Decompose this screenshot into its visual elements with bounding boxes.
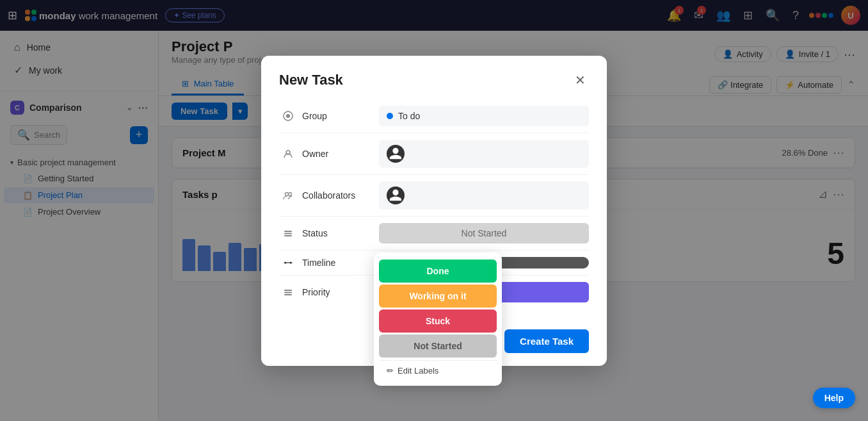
- owner-field-icon: [279, 149, 297, 159]
- modal-body: Group To do Owner: [261, 99, 607, 324]
- owner-field-value[interactable]: [379, 140, 589, 168]
- owner-avatar: [387, 145, 405, 163]
- status-option-done[interactable]: Done: [379, 260, 497, 283]
- pencil-icon: ✏: [387, 366, 394, 376]
- modal-field-status: Status Not Started Done Working on it St…: [279, 217, 589, 251]
- svg-point-4: [289, 192, 292, 195]
- modal-header: New Task ✕: [261, 56, 607, 99]
- modal-overlay[interactable]: New Task ✕ Group To do Owner: [0, 0, 868, 421]
- new-task-modal: New Task ✕ Group To do Owner: [261, 56, 607, 366]
- collaborators-avatar: [387, 186, 405, 204]
- priority-field-icon: [279, 287, 297, 297]
- priority-field-label: Priority: [302, 287, 379, 297]
- collaborators-field-label: Collaborators: [302, 190, 379, 201]
- svg-rect-7: [284, 235, 292, 236]
- group-field-label: Group: [302, 111, 379, 121]
- create-task-button[interactable]: Create Task: [504, 329, 589, 353]
- svg-point-3: [285, 192, 289, 195]
- status-option-not-started[interactable]: Not Started: [379, 334, 497, 358]
- help-button[interactable]: Help: [813, 388, 855, 408]
- svg-rect-12: [284, 292, 292, 293]
- status-field-icon: [279, 228, 297, 238]
- svg-point-1: [286, 114, 290, 118]
- status-value-text: Not Started: [462, 228, 507, 238]
- collaborators-field-value[interactable]: [379, 181, 589, 210]
- modal-field-collaborators: Collaborators: [279, 175, 589, 217]
- status-field-label: Status: [302, 228, 379, 238]
- svg-point-10: [290, 261, 292, 263]
- timeline-field-label: Timeline: [302, 258, 379, 268]
- timeline-field-icon: [279, 258, 297, 268]
- svg-rect-6: [284, 233, 292, 234]
- svg-rect-13: [284, 294, 292, 295]
- group-dot: [387, 113, 393, 119]
- modal-close-button[interactable]: ✕: [571, 71, 589, 89]
- status-field-value[interactable]: Not Started: [379, 223, 589, 244]
- svg-rect-5: [284, 231, 292, 232]
- status-option-working[interactable]: Working on it: [379, 285, 497, 308]
- owner-field-label: Owner: [302, 149, 379, 159]
- svg-point-9: [285, 261, 287, 263]
- status-edit-labels[interactable]: ✏ Edit Labels: [379, 360, 497, 381]
- modal-field-group: Group To do: [279, 99, 589, 133]
- modal-field-owner: Owner: [279, 133, 589, 175]
- status-dropdown: Done Working on it Stuck Not Started ✏ E…: [374, 252, 502, 386]
- edit-labels-text: Edit Labels: [398, 366, 438, 376]
- group-field-icon: [279, 111, 297, 121]
- collaborators-field-icon: [279, 190, 297, 201]
- svg-rect-11: [284, 290, 292, 291]
- group-value-text: To do: [398, 111, 420, 121]
- modal-title: New Task: [279, 72, 343, 88]
- status-option-stuck[interactable]: Stuck: [379, 310, 497, 333]
- group-field-value[interactable]: To do: [379, 106, 589, 126]
